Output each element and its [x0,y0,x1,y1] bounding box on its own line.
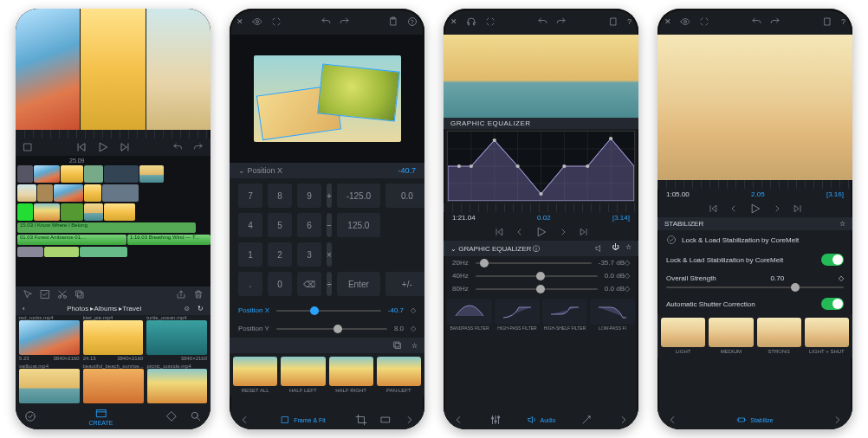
key-enter[interactable]: Enter [337,272,380,296]
key-dot[interactable]: . [238,272,262,296]
aspect-icon[interactable] [379,414,392,426]
op-plus[interactable]: + [327,184,332,208]
timeline[interactable]: 25.09 15.03 I Know Where I Belong 01.03 … [16,156,211,287]
stabilize-button[interactable]: Stabilize [736,415,773,425]
help-icon[interactable]: ? [627,17,632,26]
delete-icon[interactable] [193,289,204,300]
eye-icon[interactable] [680,16,690,27]
stab-ruler[interactable] [657,180,852,189]
sliders-icon[interactable] [489,414,502,426]
search-icon[interactable] [190,410,202,422]
cut-icon[interactable] [57,289,68,300]
thumb-2[interactable]: kiwi_pie.mp4 24.133840×2160 [83,315,144,361]
forward-icon[interactable] [832,414,844,426]
audio-button[interactable]: Audio [527,415,556,425]
wand-icon[interactable] [580,414,593,426]
param-header[interactable]: ⌄ Position X -40.7 [230,163,424,178]
skip-end-icon[interactable] [579,227,589,237]
clipboard-icon[interactable] [388,16,398,27]
filter-bandpass[interactable] [447,299,492,325]
key-7[interactable]: 7 [238,184,262,208]
headphones-icon[interactable] [466,16,476,27]
key-5[interactable]: 5 [268,213,292,237]
audio-clip-1[interactable]: 15.03 I Know Where I Belong [17,222,196,233]
preset-strong[interactable]: STRONG [757,318,801,354]
redo-icon[interactable] [556,16,567,27]
clipboard-icon[interactable] [822,16,832,27]
key-2[interactable]: 2 [268,242,292,267]
star-icon[interactable]: ☆ [411,342,418,350]
collapse-icon[interactable] [271,16,282,27]
val-zero[interactable]: 0.0 [385,184,424,208]
eq-slider-20[interactable] [476,262,592,264]
check-circle-icon[interactable] [24,410,36,422]
back-icon[interactable]: ‹ [23,305,25,312]
forward-icon[interactable] [404,414,416,426]
back-icon[interactable] [452,414,464,426]
eq-graph[interactable] [447,131,635,202]
share-icon[interactable] [176,289,186,300]
play-button[interactable] [97,141,109,153]
star-icon[interactable]: ☆ [625,243,632,254]
thumb-4[interactable]: sailboat.mp4 [19,364,80,403]
eq-slider-40[interactable] [476,275,598,277]
help-icon[interactable]: ? [841,17,845,26]
slider-y[interactable] [276,328,387,330]
collapse-icon[interactable] [485,16,496,27]
op-div[interactable]: ÷ [327,272,332,296]
redo-icon[interactable] [340,16,350,27]
copy-icon[interactable] [392,340,403,351]
strength-slider[interactable] [666,287,844,288]
select-icon[interactable] [23,289,33,300]
preset-pan-left[interactable]: PAN-LEFT [377,357,421,393]
preset-half-left[interactable]: HALF LEFT [281,357,325,393]
mute-icon[interactable] [594,243,605,254]
undo-icon[interactable] [537,16,547,27]
refresh-icon[interactable]: ↻ [198,305,204,312]
help-icon[interactable] [407,16,418,27]
preset-half-right[interactable]: HALF RIGHT [329,357,373,393]
power-icon[interactable]: ⏻ [612,243,619,254]
skip-start-icon[interactable] [494,227,504,237]
prev-button[interactable] [74,141,87,153]
back-icon[interactable] [238,414,250,426]
forward-icon[interactable] [618,414,630,426]
preset-reset[interactable]: RESET ALL [233,357,277,393]
preset-light-shut[interactable]: LIGHT + SHUT [805,318,849,354]
filter-lowpass[interactable] [590,299,635,325]
undo-icon[interactable] [172,142,183,152]
step-back-icon[interactable] [729,203,739,214]
key-6[interactable]: 6 [297,213,321,237]
timeline-ruler[interactable] [16,130,211,138]
thumb-6[interactable]: picnic_outside.mp4 [147,364,208,403]
happy-icon[interactable]: ☺ [184,305,191,312]
val-neg[interactable]: -125.0 [337,184,380,208]
browser-title[interactable]: Photos ▸Albums ▸Travel [67,305,141,312]
back-icon[interactable] [666,414,678,426]
clipboard-icon[interactable] [608,16,619,27]
undo-icon[interactable] [321,16,331,27]
skip-end-icon[interactable] [793,203,803,214]
next-button[interactable] [120,141,132,153]
step-fwd-icon[interactable] [772,203,782,214]
filter-highshelf[interactable] [542,299,587,325]
close-icon[interactable]: ✕ [450,17,457,26]
collapse-icon[interactable] [699,16,709,27]
audio-clip-3[interactable]: 1:16.03 Breathing Wind — T... [127,235,211,245]
close-icon[interactable]: ✕ [236,17,243,26]
key-8[interactable]: 8 [268,184,292,208]
step-back-icon[interactable] [515,227,525,237]
tag-icon[interactable] [165,410,178,422]
thumb-3[interactable]: turtle_ocean.mp4 3840×2160 [146,315,207,361]
close-icon[interactable]: ✕ [664,17,671,26]
key-9[interactable]: 9 [297,184,321,208]
key-1[interactable]: 1 [238,242,262,267]
audio-ruler[interactable] [444,203,638,212]
thumb-1[interactable]: red_rocks.mp4 5.233840×2160 [19,315,80,361]
val-pos[interactable]: 125.0 [337,213,380,237]
play-icon[interactable] [535,226,547,238]
crop-icon[interactable] [355,414,367,426]
undo-icon[interactable] [751,16,761,27]
eye-icon[interactable] [252,16,262,27]
keyframe-icon[interactable]: ◇ [411,306,416,314]
